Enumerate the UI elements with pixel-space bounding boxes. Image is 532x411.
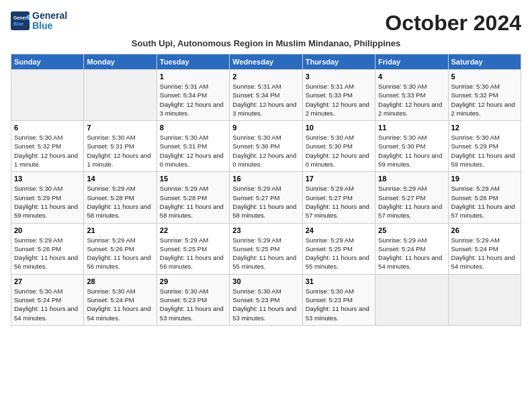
- day-number: 15: [160, 175, 226, 183]
- calendar-cell: [375, 274, 448, 325]
- calendar-cell: 11Sunrise: 5:30 AM Sunset: 5:30 PM Dayli…: [375, 121, 448, 172]
- day-number: 24: [306, 226, 372, 234]
- day-info: Sunrise: 5:30 AM Sunset: 5:23 PM Dayligh…: [232, 287, 299, 322]
- calendar-cell: 19Sunrise: 5:29 AM Sunset: 5:26 PM Dayli…: [448, 172, 521, 223]
- day-number: 26: [451, 226, 518, 234]
- day-number: 25: [378, 226, 445, 234]
- day-info: Sunrise: 5:29 AM Sunset: 5:26 PM Dayligh…: [87, 236, 153, 271]
- day-info: Sunrise: 5:29 AM Sunset: 5:27 PM Dayligh…: [306, 184, 372, 220]
- day-number: 29: [160, 277, 226, 285]
- day-info: Sunrise: 5:30 AM Sunset: 5:31 PM Dayligh…: [87, 133, 153, 169]
- day-number: 20: [14, 226, 81, 234]
- day-info: Sunrise: 5:31 AM Sunset: 5:34 PM Dayligh…: [160, 82, 226, 118]
- day-number: 1: [160, 73, 226, 81]
- calendar-cell: 17Sunrise: 5:29 AM Sunset: 5:27 PM Dayli…: [302, 172, 375, 223]
- column-header-thursday: Thursday: [302, 54, 375, 70]
- day-info: Sunrise: 5:31 AM Sunset: 5:33 PM Dayligh…: [306, 82, 372, 118]
- calendar-cell: 4Sunrise: 5:30 AM Sunset: 5:33 PM Daylig…: [375, 70, 448, 121]
- calendar-cell: 25Sunrise: 5:29 AM Sunset: 5:24 PM Dayli…: [375, 223, 448, 274]
- calendar-cell: 3Sunrise: 5:31 AM Sunset: 5:33 PM Daylig…: [302, 70, 375, 121]
- day-number: 23: [232, 226, 299, 234]
- calendar-cell: 23Sunrise: 5:29 AM Sunset: 5:25 PM Dayli…: [230, 223, 302, 274]
- calendar-cell: 29Sunrise: 5:30 AM Sunset: 5:23 PM Dayli…: [157, 274, 229, 325]
- day-info: Sunrise: 5:31 AM Sunset: 5:34 PM Dayligh…: [232, 82, 299, 118]
- day-number: 18: [378, 175, 445, 183]
- day-number: 10: [306, 124, 372, 132]
- day-number: 19: [451, 175, 518, 183]
- calendar-cell: [11, 70, 84, 121]
- day-info: Sunrise: 5:29 AM Sunset: 5:25 PM Dayligh…: [306, 236, 372, 271]
- calendar-cell: 30Sunrise: 5:30 AM Sunset: 5:23 PM Dayli…: [230, 274, 302, 325]
- calendar-cell: [84, 70, 157, 121]
- week-row-3: 13Sunrise: 5:30 AM Sunset: 5:29 PM Dayli…: [11, 172, 521, 223]
- calendar-cell: 2Sunrise: 5:31 AM Sunset: 5:34 PM Daylig…: [230, 70, 302, 121]
- day-number: 8: [160, 124, 226, 132]
- day-number: 17: [306, 175, 372, 183]
- calendar-cell: 16Sunrise: 5:29 AM Sunset: 5:27 PM Dayli…: [230, 172, 302, 223]
- calendar-header-row: SundayMondayTuesdayWednesdayThursdayFrid…: [11, 54, 521, 70]
- column-header-friday: Friday: [375, 54, 448, 70]
- day-info: Sunrise: 5:30 AM Sunset: 5:32 PM Dayligh…: [451, 82, 518, 118]
- day-info: Sunrise: 5:30 AM Sunset: 5:30 PM Dayligh…: [232, 133, 299, 169]
- calendar-cell: 7Sunrise: 5:30 AM Sunset: 5:31 PM Daylig…: [84, 121, 157, 172]
- column-header-saturday: Saturday: [448, 54, 521, 70]
- column-header-wednesday: Wednesday: [230, 54, 302, 70]
- week-row-2: 6Sunrise: 5:30 AM Sunset: 5:32 PM Daylig…: [11, 121, 521, 172]
- day-info: Sunrise: 5:29 AM Sunset: 5:25 PM Dayligh…: [232, 236, 299, 271]
- calendar-table: SundayMondayTuesdayWednesdayThursdayFrid…: [11, 54, 521, 326]
- calendar-subtitle: South Upi, Autonomous Region in Muslim M…: [11, 38, 521, 48]
- day-number: 13: [14, 175, 81, 183]
- calendar-cell: 27Sunrise: 5:30 AM Sunset: 5:24 PM Dayli…: [11, 274, 84, 325]
- day-number: 3: [306, 73, 372, 81]
- day-number: 27: [14, 277, 81, 285]
- calendar-cell: 24Sunrise: 5:29 AM Sunset: 5:25 PM Dayli…: [302, 223, 375, 274]
- calendar-cell: 14Sunrise: 5:29 AM Sunset: 5:28 PM Dayli…: [84, 172, 157, 223]
- svg-rect-0: [11, 11, 30, 30]
- day-number: 6: [14, 124, 81, 132]
- week-row-4: 20Sunrise: 5:29 AM Sunset: 5:26 PM Dayli…: [11, 223, 521, 274]
- day-info: Sunrise: 5:30 AM Sunset: 5:24 PM Dayligh…: [14, 287, 81, 322]
- day-info: Sunrise: 5:30 AM Sunset: 5:30 PM Dayligh…: [378, 133, 445, 169]
- calendar-cell: 1Sunrise: 5:31 AM Sunset: 5:34 PM Daylig…: [157, 70, 229, 121]
- column-header-sunday: Sunday: [11, 54, 84, 70]
- calendar-cell: 13Sunrise: 5:30 AM Sunset: 5:29 PM Dayli…: [11, 172, 84, 223]
- day-number: 28: [87, 277, 153, 285]
- calendar-cell: 21Sunrise: 5:29 AM Sunset: 5:26 PM Dayli…: [84, 223, 157, 274]
- column-header-tuesday: Tuesday: [157, 54, 229, 70]
- day-number: 11: [378, 124, 445, 132]
- day-info: Sunrise: 5:30 AM Sunset: 5:31 PM Dayligh…: [160, 133, 226, 169]
- svg-text:Blue: Blue: [13, 21, 24, 26]
- day-number: 30: [232, 277, 299, 285]
- logo-icon: General Blue: [11, 11, 30, 30]
- day-info: Sunrise: 5:29 AM Sunset: 5:24 PM Dayligh…: [451, 236, 518, 271]
- calendar-cell: 8Sunrise: 5:30 AM Sunset: 5:31 PM Daylig…: [157, 121, 229, 172]
- calendar-cell: 20Sunrise: 5:29 AM Sunset: 5:26 PM Dayli…: [11, 223, 84, 274]
- day-number: 22: [160, 226, 226, 234]
- week-row-1: 1Sunrise: 5:31 AM Sunset: 5:34 PM Daylig…: [11, 70, 521, 121]
- day-info: Sunrise: 5:29 AM Sunset: 5:27 PM Dayligh…: [232, 184, 299, 220]
- day-info: Sunrise: 5:29 AM Sunset: 5:24 PM Dayligh…: [378, 236, 445, 271]
- logo-text-line2: Blue: [32, 21, 67, 31]
- calendar-cell: 31Sunrise: 5:30 AM Sunset: 5:23 PM Dayli…: [302, 274, 375, 325]
- calendar-cell: 12Sunrise: 5:30 AM Sunset: 5:29 PM Dayli…: [448, 121, 521, 172]
- calendar-cell: 10Sunrise: 5:30 AM Sunset: 5:30 PM Dayli…: [302, 121, 375, 172]
- day-info: Sunrise: 5:30 AM Sunset: 5:23 PM Dayligh…: [306, 287, 372, 322]
- day-info: Sunrise: 5:29 AM Sunset: 5:28 PM Dayligh…: [160, 184, 226, 220]
- day-number: 16: [232, 175, 299, 183]
- day-info: Sunrise: 5:29 AM Sunset: 5:26 PM Dayligh…: [14, 236, 81, 271]
- day-info: Sunrise: 5:30 AM Sunset: 5:24 PM Dayligh…: [87, 287, 153, 322]
- calendar-cell: 18Sunrise: 5:29 AM Sunset: 5:27 PM Dayli…: [375, 172, 448, 223]
- calendar-cell: 9Sunrise: 5:30 AM Sunset: 5:30 PM Daylig…: [230, 121, 302, 172]
- week-row-5: 27Sunrise: 5:30 AM Sunset: 5:24 PM Dayli…: [11, 274, 521, 325]
- day-number: 2: [232, 73, 299, 81]
- day-number: 7: [87, 124, 153, 132]
- day-info: Sunrise: 5:29 AM Sunset: 5:25 PM Dayligh…: [160, 236, 226, 271]
- calendar-cell: 28Sunrise: 5:30 AM Sunset: 5:24 PM Dayli…: [84, 274, 157, 325]
- day-info: Sunrise: 5:29 AM Sunset: 5:26 PM Dayligh…: [451, 184, 518, 220]
- calendar-cell: 22Sunrise: 5:29 AM Sunset: 5:25 PM Dayli…: [157, 223, 229, 274]
- day-number: 12: [451, 124, 518, 132]
- day-info: Sunrise: 5:30 AM Sunset: 5:29 PM Dayligh…: [14, 184, 81, 220]
- month-title: October 2024: [385, 11, 521, 36]
- day-number: 21: [87, 226, 153, 234]
- day-number: 5: [451, 73, 518, 81]
